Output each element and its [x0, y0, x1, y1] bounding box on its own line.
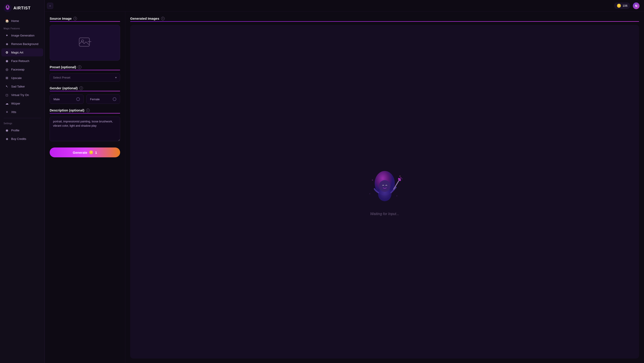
sidebar-magic-features-label: Magic Features — [0, 25, 44, 31]
generated-images-underline — [130, 21, 639, 22]
sidebar-settings-label: Settings — [0, 120, 44, 126]
svg-point-15 — [399, 175, 400, 177]
sidebar-item-image-generation-label: Image Generation — [11, 34, 34, 37]
gender-female-button[interactable]: Female — [86, 95, 120, 104]
face-retouch-icon: ◉ — [5, 59, 9, 63]
preset-info-icon[interactable]: i — [78, 65, 82, 69]
sidebar-item-magic-art[interactable]: ✿ Magic Art — [1, 48, 43, 56]
generate-button[interactable]: Generate 🪙 1 — [50, 148, 120, 157]
upload-image-icon — [78, 36, 92, 50]
waiting-mascot: ✦ ✦ ✦ Waiting for Input... — [364, 168, 405, 216]
preset-dropdown[interactable]: Select Preset ▾ — [50, 73, 120, 82]
sidebar-logo: AIRTIST — [0, 4, 44, 17]
gender-underline — [50, 91, 120, 91]
topbar: ‹ 🪙 106 N — [45, 0, 644, 12]
sidebar-item-wizper-label: Wizper — [11, 102, 20, 105]
user-avatar[interactable]: N — [633, 3, 640, 9]
sidebar-item-faceswap[interactable]: ◎ Faceswap — [1, 65, 43, 73]
source-image-info-icon[interactable]: i — [73, 17, 77, 20]
sidebar-item-sad-talker[interactable]: ➷ Sad Talker — [1, 82, 43, 90]
description-title-row: Description (optional) i — [50, 108, 120, 112]
buy-credits-icon: ◈ — [5, 137, 9, 141]
sidebar-item-faceswap-label: Faceswap — [11, 68, 24, 71]
right-panel: Generated Images i — [125, 12, 644, 363]
preset-placeholder: Select Preset — [53, 76, 70, 79]
svg-text:✦: ✦ — [371, 179, 374, 182]
gender-info-icon[interactable]: i — [80, 86, 83, 90]
svg-point-13 — [400, 177, 402, 179]
sidebar-item-xtts-label: Xtts — [11, 110, 16, 114]
sidebar-item-home-label: Home — [11, 19, 19, 23]
gender-title-row: Gender (optional) i — [50, 86, 120, 90]
description-input[interactable] — [50, 117, 120, 141]
wizper-icon: ☁ — [5, 101, 9, 105]
chevron-down-icon: ▾ — [115, 76, 117, 79]
collapse-icon: ‹ — [50, 4, 50, 8]
sidebar-item-upscale[interactable]: ⊞ Upscale — [1, 74, 43, 82]
sidebar-item-upscale-label: Upscale — [11, 76, 22, 80]
main-area: ‹ 🪙 106 N Source Image i — [45, 0, 644, 363]
gender-male-label: Male — [54, 98, 60, 101]
waiting-text: Waiting for Input... — [370, 212, 399, 216]
sidebar-item-virtual-try-on-label: Virtual Try On — [11, 93, 29, 97]
user-initial: N — [635, 4, 637, 8]
generate-btn-coin-icon: 🪙 — [89, 150, 93, 154]
svg-point-10 — [379, 180, 390, 192]
description-title: Description (optional) — [50, 108, 84, 112]
generate-btn-cost: 1 — [95, 151, 97, 154]
sidebar-divider — [4, 118, 41, 118]
svg-point-14 — [402, 178, 403, 179]
sidebar-item-virtual-try-on[interactable]: ◻ Virtual Try On — [1, 91, 43, 99]
sidebar-item-profile-label: Profile — [11, 129, 20, 132]
sidebar-item-image-generation[interactable]: ✦ Image Generation — [1, 31, 43, 39]
xtts-icon: ≡ — [5, 110, 9, 114]
app-logo-icon — [4, 4, 12, 12]
generated-images-box: ✦ ✦ ✦ Waiting for Input... — [130, 25, 639, 358]
sidebar-item-home[interactable]: 🏠 Home — [1, 17, 43, 25]
description-section: Description (optional) i — [50, 108, 120, 146]
sidebar-item-remove-background[interactable]: ◈ Remove Background — [1, 40, 43, 48]
sidebar: AIRTIST 🏠 Home Magic Features ✦ Image Ge… — [0, 0, 45, 363]
generate-btn-label: Generate — [73, 151, 87, 154]
gender-female-label: Female — [90, 98, 100, 101]
faceswap-icon: ◎ — [5, 67, 9, 71]
preset-title: Preset (optional) — [50, 65, 76, 69]
sad-talker-icon: ➷ — [5, 84, 9, 88]
upscale-icon: ⊞ — [5, 76, 9, 80]
credits-badge[interactable]: 🪙 106 — [614, 3, 630, 9]
app-logo-text: AIRTIST — [14, 6, 31, 11]
collapse-sidebar-button[interactable]: ‹ — [47, 3, 53, 9]
virtual-try-on-icon: ◻ — [5, 93, 9, 97]
sidebar-item-buy-credits[interactable]: ◈ Buy Credits — [1, 135, 43, 143]
source-image-upload-box[interactable] — [50, 25, 120, 61]
description-info-icon[interactable]: i — [86, 109, 90, 112]
svg-point-3 — [8, 7, 9, 8]
topbar-right: 🪙 106 N — [614, 3, 640, 9]
gender-male-radio — [76, 97, 80, 101]
sidebar-item-wizper[interactable]: ☁ Wizper — [1, 99, 43, 107]
remove-bg-icon: ◈ — [5, 42, 9, 46]
generated-images-info-icon[interactable]: i — [161, 17, 165, 20]
gender-section: Gender (optional) i Male Female — [50, 86, 120, 104]
topbar-left: ‹ — [47, 3, 53, 9]
sidebar-item-profile[interactable]: ◉ Profile — [1, 126, 43, 134]
generated-images-title-row: Generated Images i — [130, 17, 639, 20]
sidebar-item-face-retouch-label: Face Retouch — [11, 59, 29, 63]
image-generation-icon: ✦ — [5, 33, 9, 37]
sidebar-item-face-retouch[interactable]: ◉ Face Retouch — [1, 57, 43, 65]
svg-text:✦: ✦ — [396, 195, 398, 197]
source-image-underline — [50, 21, 120, 22]
sidebar-item-xtts[interactable]: ≡ Xtts — [1, 108, 43, 116]
upload-icon-wrap — [78, 36, 92, 50]
gender-male-button[interactable]: Male — [50, 95, 84, 104]
credits-count: 106 — [622, 4, 628, 8]
generated-images-title: Generated Images — [130, 17, 159, 20]
mascot-illustration: ✦ ✦ ✦ — [364, 168, 405, 208]
sidebar-item-remove-bg-label: Remove Background — [11, 42, 38, 46]
gender-row: Male Female — [50, 95, 120, 104]
sidebar-item-sad-talker-label: Sad Talker — [11, 85, 25, 88]
sidebar-item-buy-credits-label: Buy Credits — [11, 137, 26, 141]
svg-text:✦: ✦ — [369, 193, 371, 195]
content-area: Source Image i — [45, 12, 644, 363]
preset-underline — [50, 70, 120, 70]
